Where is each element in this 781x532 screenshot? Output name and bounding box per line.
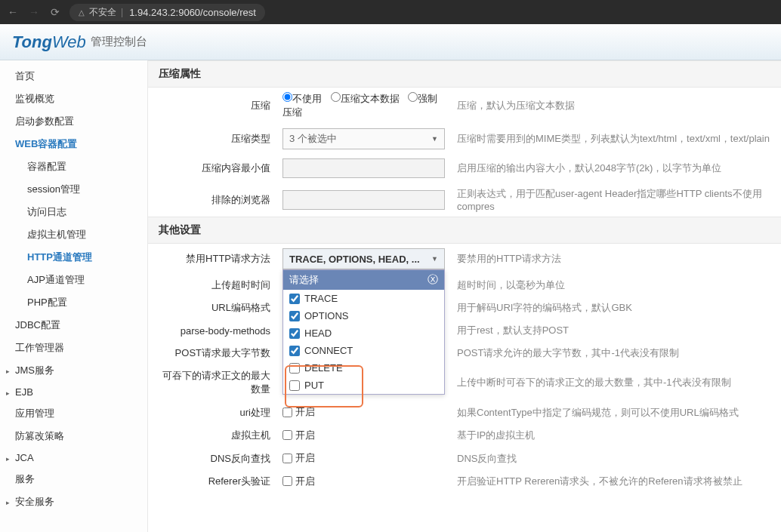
desc-vhost: 基于IP的虚拟主机 <box>451 424 781 447</box>
sidebar-item[interactable]: 虚拟主机管理 <box>0 223 147 246</box>
sidebar-item[interactable]: PHP配置 <box>0 291 147 314</box>
logo-part1: Tong <box>12 32 52 52</box>
dropdown-methods: 请选择 ⓧ TRACEOPTIONSHEADCONNECTDELETEPUT <box>282 269 445 395</box>
select-disable-methods[interactable]: TRACE, OPTIONS, HEAD, ...▼ <box>282 248 445 269</box>
sidebar-item[interactable]: 防篡改策略 <box>0 425 147 447</box>
option-checkbox[interactable] <box>289 328 300 339</box>
sidebar-item[interactable]: HTTP通道管理 <box>0 246 147 269</box>
sidebar-item[interactable]: 首页 <box>0 65 147 88</box>
desc-referer: 开启验证HTTP Rereren请求头，不被允许的Referen请求将被禁止 <box>451 470 781 494</box>
dropdown-option[interactable]: CONNECT <box>283 342 444 359</box>
lbl-referer: Referer头验证 <box>148 470 276 494</box>
desc-uri: 如果ContentType中指定了编码规范，则可以不使用URL编码格式 <box>451 401 781 424</box>
input-min-size[interactable] <box>282 158 445 178</box>
lbl-post-max: POST请求最大字节数 <box>148 342 276 364</box>
reload-button[interactable]: ⟳ <box>48 6 62 18</box>
sidebar-item[interactable]: 访问日志 <box>0 201 147 223</box>
sidebar-item[interactable]: JCA <box>0 447 147 468</box>
dropdown-title: 请选择 <box>289 273 319 287</box>
input-exclude-browser[interactable] <box>282 190 445 210</box>
lbl-disable-methods: 禁用HTTP请求方法 <box>148 244 276 274</box>
sidebar-item[interactable]: 工作管理器 <box>0 337 147 359</box>
logo-subtitle: 管理控制台 <box>91 35 147 49</box>
section-compress: 压缩属性 <box>148 60 781 88</box>
lbl-exclude-browser: 排除的浏览器 <box>148 183 276 217</box>
chk-vhost[interactable] <box>282 430 292 440</box>
lbl-parse-body: parse-body-methods <box>148 319 276 342</box>
sidebar: 首页监视概览启动参数配置WEB容器配置容器配置session管理访问日志虚拟主机… <box>0 60 148 532</box>
sidebar-item[interactable]: JDBC配置 <box>0 314 147 337</box>
desc-url-encoding: 用于解码URI字符的编码格式，默认GBK <box>451 297 781 319</box>
lbl-vhost: 虚拟主机 <box>148 424 276 447</box>
sidebar-item[interactable]: WEB容器配置 <box>0 133 147 155</box>
option-checkbox[interactable] <box>289 380 300 391</box>
lbl-dns: DNS反向查找 <box>148 447 276 470</box>
desc-compress: 压缩，默认为压缩文本数据 <box>451 88 781 124</box>
address-bar[interactable]: △ 不安全 | 1.94.243.2:9060/console/rest <box>69 4 265 21</box>
desc-compress-type: 压缩时需要用到的MIME类型，列表默认为text/html，text/xml，t… <box>451 124 781 154</box>
sidebar-item[interactable]: EJB <box>0 382 147 402</box>
sidebar-item[interactable]: JMS服务 <box>0 359 147 382</box>
chevron-down-icon: ▼ <box>431 135 438 143</box>
lbl-compress: 压缩 <box>148 88 276 124</box>
chk-referer[interactable] <box>282 476 292 486</box>
sidebar-item[interactable]: 启动参数配置 <box>0 110 147 133</box>
desc-disable-methods: 要禁用的HTTP请求方法 <box>451 244 781 274</box>
browser-bar: ← → ⟳ △ 不安全 | 1.94.243.2:9060/console/re… <box>0 0 781 24</box>
radio-force[interactable] <box>408 92 418 102</box>
desc-min-size: 启用压缩的输出内容大小，默认2048字节(2k)，以字节为单位 <box>451 154 781 183</box>
lbl-upload-timeout: 上传超时时间 <box>148 274 276 297</box>
select-compress-type[interactable]: 3 个被选中▼ <box>282 128 445 149</box>
lbl-swallow2: 数量 <box>251 383 270 395</box>
dropdown-option[interactable]: PUT <box>283 377 444 394</box>
lbl-url-encoding: URL编码格式 <box>148 297 276 319</box>
dropdown-option[interactable]: HEAD <box>283 324 444 342</box>
sidebar-item[interactable]: 安全服务 <box>0 490 147 513</box>
sidebar-item[interactable]: AJP通道管理 <box>0 269 147 291</box>
lbl-uri: uri处理 <box>148 401 276 424</box>
desc-dns: DNS反向查找 <box>451 447 781 470</box>
option-checkbox[interactable] <box>289 294 300 304</box>
url-text: 1.94.243.2:9060/console/rest <box>129 7 256 18</box>
chk-uri[interactable] <box>282 407 292 417</box>
content: 压缩属性 压缩 不使用 压缩文本数据 强制压缩 压缩，默认为压缩文本数据 压缩类… <box>148 60 781 532</box>
option-checkbox[interactable] <box>289 346 300 356</box>
logo-part2: Web <box>52 32 86 52</box>
lbl-compress-type: 压缩类型 <box>148 124 276 154</box>
radio-compress[interactable]: 不使用 压缩文本数据 强制压缩 <box>282 93 437 118</box>
insecure-label: 不安全 <box>89 6 116 19</box>
chevron-down-icon: ▼ <box>431 255 438 263</box>
desc-upload-timeout: 超时时间，以毫秒为单位 <box>451 274 781 297</box>
sidebar-item[interactable]: 应用管理 <box>0 402 147 425</box>
lbl-swallow1: 可吞下的请求正文的最大 <box>162 370 270 381</box>
insecure-icon: △ <box>79 8 85 17</box>
desc-swallow: 上传中断时可吞下的请求正文的最大数量，其中-1代表没有限制 <box>451 364 781 401</box>
desc-exclude-browser: 正则表达式，用于匹配user-agent Header指定哪些HTTP clie… <box>451 183 781 217</box>
radio-none[interactable] <box>282 92 292 102</box>
sidebar-item[interactable]: 监视概览 <box>0 88 147 110</box>
lbl-min-size: 压缩内容最小值 <box>148 154 276 183</box>
dropdown-option[interactable]: TRACE <box>283 290 444 307</box>
sidebar-item[interactable]: 容器配置 <box>0 155 147 178</box>
app-header: TongWeb 管理控制台 <box>0 24 781 60</box>
dropdown-option[interactable]: OPTIONS <box>283 307 444 324</box>
radio-text[interactable] <box>331 92 341 102</box>
section-other: 其他设置 <box>148 217 781 244</box>
desc-parse-body: 用于rest，默认支持POST <box>451 319 781 342</box>
forward-button[interactable]: → <box>27 6 41 18</box>
option-checkbox[interactable] <box>289 363 300 374</box>
dropdown-option[interactable]: DELETE <box>283 359 444 377</box>
sidebar-item[interactable]: 服务 <box>0 468 147 490</box>
option-checkbox[interactable] <box>289 311 300 321</box>
back-button[interactable]: ← <box>6 6 20 18</box>
close-icon[interactable]: ⓧ <box>428 273 438 287</box>
desc-post-max: POST请求允许的最大字节数，其中-1代表没有限制 <box>451 342 781 364</box>
chk-dns[interactable] <box>282 454 292 463</box>
sidebar-item[interactable]: session管理 <box>0 178 147 201</box>
